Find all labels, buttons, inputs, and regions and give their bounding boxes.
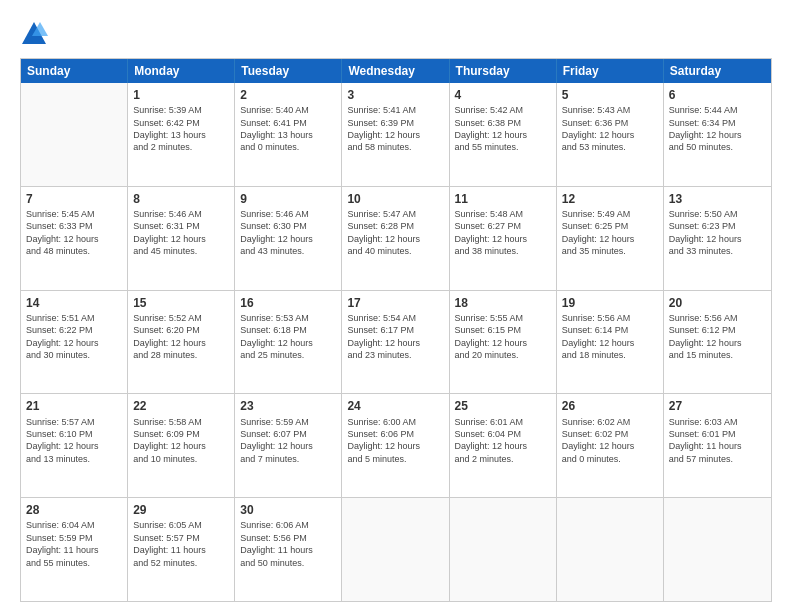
cell-info: Sunrise: 5:46 AMSunset: 6:30 PMDaylight:… bbox=[240, 208, 336, 258]
cell-info: Sunrise: 5:48 AMSunset: 6:27 PMDaylight:… bbox=[455, 208, 551, 258]
calendar-cell: 25Sunrise: 6:01 AMSunset: 6:04 PMDayligh… bbox=[450, 394, 557, 497]
day-number: 3 bbox=[347, 87, 443, 103]
cell-info: Sunrise: 6:01 AMSunset: 6:04 PMDaylight:… bbox=[455, 416, 551, 466]
day-number: 14 bbox=[26, 295, 122, 311]
calendar-cell bbox=[450, 498, 557, 601]
calendar-cell bbox=[557, 498, 664, 601]
cell-info: Sunrise: 5:51 AMSunset: 6:22 PMDaylight:… bbox=[26, 312, 122, 362]
calendar-cell: 21Sunrise: 5:57 AMSunset: 6:10 PMDayligh… bbox=[21, 394, 128, 497]
day-number: 4 bbox=[455, 87, 551, 103]
cell-info: Sunrise: 5:45 AMSunset: 6:33 PMDaylight:… bbox=[26, 208, 122, 258]
day-number: 26 bbox=[562, 398, 658, 414]
day-number: 5 bbox=[562, 87, 658, 103]
day-number: 30 bbox=[240, 502, 336, 518]
cell-info: Sunrise: 5:50 AMSunset: 6:23 PMDaylight:… bbox=[669, 208, 766, 258]
day-number: 24 bbox=[347, 398, 443, 414]
calendar-cell: 19Sunrise: 5:56 AMSunset: 6:14 PMDayligh… bbox=[557, 291, 664, 394]
day-number: 7 bbox=[26, 191, 122, 207]
day-number: 28 bbox=[26, 502, 122, 518]
cell-info: Sunrise: 5:42 AMSunset: 6:38 PMDaylight:… bbox=[455, 104, 551, 154]
cell-info: Sunrise: 5:46 AMSunset: 6:31 PMDaylight:… bbox=[133, 208, 229, 258]
header bbox=[20, 18, 772, 48]
calendar-cell: 22Sunrise: 5:58 AMSunset: 6:09 PMDayligh… bbox=[128, 394, 235, 497]
cell-info: Sunrise: 5:41 AMSunset: 6:39 PMDaylight:… bbox=[347, 104, 443, 154]
cell-info: Sunrise: 6:05 AMSunset: 5:57 PMDaylight:… bbox=[133, 519, 229, 569]
calendar-row: 28Sunrise: 6:04 AMSunset: 5:59 PMDayligh… bbox=[21, 498, 771, 601]
calendar-cell: 14Sunrise: 5:51 AMSunset: 6:22 PMDayligh… bbox=[21, 291, 128, 394]
calendar-cell: 1Sunrise: 5:39 AMSunset: 6:42 PMDaylight… bbox=[128, 83, 235, 186]
calendar-cell: 5Sunrise: 5:43 AMSunset: 6:36 PMDaylight… bbox=[557, 83, 664, 186]
cell-info: Sunrise: 5:56 AMSunset: 6:12 PMDaylight:… bbox=[669, 312, 766, 362]
day-number: 2 bbox=[240, 87, 336, 103]
cell-info: Sunrise: 5:52 AMSunset: 6:20 PMDaylight:… bbox=[133, 312, 229, 362]
calendar-cell: 20Sunrise: 5:56 AMSunset: 6:12 PMDayligh… bbox=[664, 291, 771, 394]
weekday-header: Wednesday bbox=[342, 59, 449, 83]
cell-info: Sunrise: 6:00 AMSunset: 6:06 PMDaylight:… bbox=[347, 416, 443, 466]
page: SundayMondayTuesdayWednesdayThursdayFrid… bbox=[0, 0, 792, 612]
day-number: 16 bbox=[240, 295, 336, 311]
cell-info: Sunrise: 5:47 AMSunset: 6:28 PMDaylight:… bbox=[347, 208, 443, 258]
weekday-header: Tuesday bbox=[235, 59, 342, 83]
day-number: 25 bbox=[455, 398, 551, 414]
calendar-cell bbox=[21, 83, 128, 186]
calendar-cell: 4Sunrise: 5:42 AMSunset: 6:38 PMDaylight… bbox=[450, 83, 557, 186]
calendar-cell: 29Sunrise: 6:05 AMSunset: 5:57 PMDayligh… bbox=[128, 498, 235, 601]
cell-info: Sunrise: 5:56 AMSunset: 6:14 PMDaylight:… bbox=[562, 312, 658, 362]
calendar-row: 14Sunrise: 5:51 AMSunset: 6:22 PMDayligh… bbox=[21, 291, 771, 395]
calendar-cell: 10Sunrise: 5:47 AMSunset: 6:28 PMDayligh… bbox=[342, 187, 449, 290]
calendar-cell bbox=[664, 498, 771, 601]
calendar-header: SundayMondayTuesdayWednesdayThursdayFrid… bbox=[21, 59, 771, 83]
cell-info: Sunrise: 6:04 AMSunset: 5:59 PMDaylight:… bbox=[26, 519, 122, 569]
calendar-cell: 2Sunrise: 5:40 AMSunset: 6:41 PMDaylight… bbox=[235, 83, 342, 186]
calendar-body: 1Sunrise: 5:39 AMSunset: 6:42 PMDaylight… bbox=[21, 83, 771, 601]
day-number: 6 bbox=[669, 87, 766, 103]
day-number: 12 bbox=[562, 191, 658, 207]
calendar-cell: 27Sunrise: 6:03 AMSunset: 6:01 PMDayligh… bbox=[664, 394, 771, 497]
day-number: 18 bbox=[455, 295, 551, 311]
weekday-header: Saturday bbox=[664, 59, 771, 83]
day-number: 13 bbox=[669, 191, 766, 207]
cell-info: Sunrise: 5:43 AMSunset: 6:36 PMDaylight:… bbox=[562, 104, 658, 154]
calendar-row: 21Sunrise: 5:57 AMSunset: 6:10 PMDayligh… bbox=[21, 394, 771, 498]
calendar-cell: 9Sunrise: 5:46 AMSunset: 6:30 PMDaylight… bbox=[235, 187, 342, 290]
cell-info: Sunrise: 6:06 AMSunset: 5:56 PMDaylight:… bbox=[240, 519, 336, 569]
day-number: 9 bbox=[240, 191, 336, 207]
calendar-cell: 8Sunrise: 5:46 AMSunset: 6:31 PMDaylight… bbox=[128, 187, 235, 290]
calendar-cell: 13Sunrise: 5:50 AMSunset: 6:23 PMDayligh… bbox=[664, 187, 771, 290]
cell-info: Sunrise: 5:55 AMSunset: 6:15 PMDaylight:… bbox=[455, 312, 551, 362]
logo bbox=[20, 18, 52, 48]
weekday-header: Sunday bbox=[21, 59, 128, 83]
calendar-cell: 30Sunrise: 6:06 AMSunset: 5:56 PMDayligh… bbox=[235, 498, 342, 601]
calendar-cell: 28Sunrise: 6:04 AMSunset: 5:59 PMDayligh… bbox=[21, 498, 128, 601]
weekday-header: Thursday bbox=[450, 59, 557, 83]
calendar: SundayMondayTuesdayWednesdayThursdayFrid… bbox=[20, 58, 772, 602]
day-number: 15 bbox=[133, 295, 229, 311]
calendar-cell: 17Sunrise: 5:54 AMSunset: 6:17 PMDayligh… bbox=[342, 291, 449, 394]
cell-info: Sunrise: 5:54 AMSunset: 6:17 PMDaylight:… bbox=[347, 312, 443, 362]
cell-info: Sunrise: 5:39 AMSunset: 6:42 PMDaylight:… bbox=[133, 104, 229, 154]
day-number: 8 bbox=[133, 191, 229, 207]
calendar-cell: 26Sunrise: 6:02 AMSunset: 6:02 PMDayligh… bbox=[557, 394, 664, 497]
cell-info: Sunrise: 5:58 AMSunset: 6:09 PMDaylight:… bbox=[133, 416, 229, 466]
cell-info: Sunrise: 5:53 AMSunset: 6:18 PMDaylight:… bbox=[240, 312, 336, 362]
calendar-cell: 12Sunrise: 5:49 AMSunset: 6:25 PMDayligh… bbox=[557, 187, 664, 290]
cell-info: Sunrise: 5:57 AMSunset: 6:10 PMDaylight:… bbox=[26, 416, 122, 466]
calendar-cell bbox=[342, 498, 449, 601]
calendar-cell: 16Sunrise: 5:53 AMSunset: 6:18 PMDayligh… bbox=[235, 291, 342, 394]
calendar-row: 1Sunrise: 5:39 AMSunset: 6:42 PMDaylight… bbox=[21, 83, 771, 187]
day-number: 20 bbox=[669, 295, 766, 311]
day-number: 11 bbox=[455, 191, 551, 207]
calendar-cell: 7Sunrise: 5:45 AMSunset: 6:33 PMDaylight… bbox=[21, 187, 128, 290]
calendar-cell: 3Sunrise: 5:41 AMSunset: 6:39 PMDaylight… bbox=[342, 83, 449, 186]
calendar-cell: 24Sunrise: 6:00 AMSunset: 6:06 PMDayligh… bbox=[342, 394, 449, 497]
day-number: 1 bbox=[133, 87, 229, 103]
calendar-row: 7Sunrise: 5:45 AMSunset: 6:33 PMDaylight… bbox=[21, 187, 771, 291]
cell-info: Sunrise: 6:03 AMSunset: 6:01 PMDaylight:… bbox=[669, 416, 766, 466]
cell-info: Sunrise: 5:44 AMSunset: 6:34 PMDaylight:… bbox=[669, 104, 766, 154]
calendar-cell: 23Sunrise: 5:59 AMSunset: 6:07 PMDayligh… bbox=[235, 394, 342, 497]
calendar-cell: 11Sunrise: 5:48 AMSunset: 6:27 PMDayligh… bbox=[450, 187, 557, 290]
logo-icon bbox=[20, 20, 48, 48]
day-number: 23 bbox=[240, 398, 336, 414]
day-number: 19 bbox=[562, 295, 658, 311]
calendar-cell: 18Sunrise: 5:55 AMSunset: 6:15 PMDayligh… bbox=[450, 291, 557, 394]
